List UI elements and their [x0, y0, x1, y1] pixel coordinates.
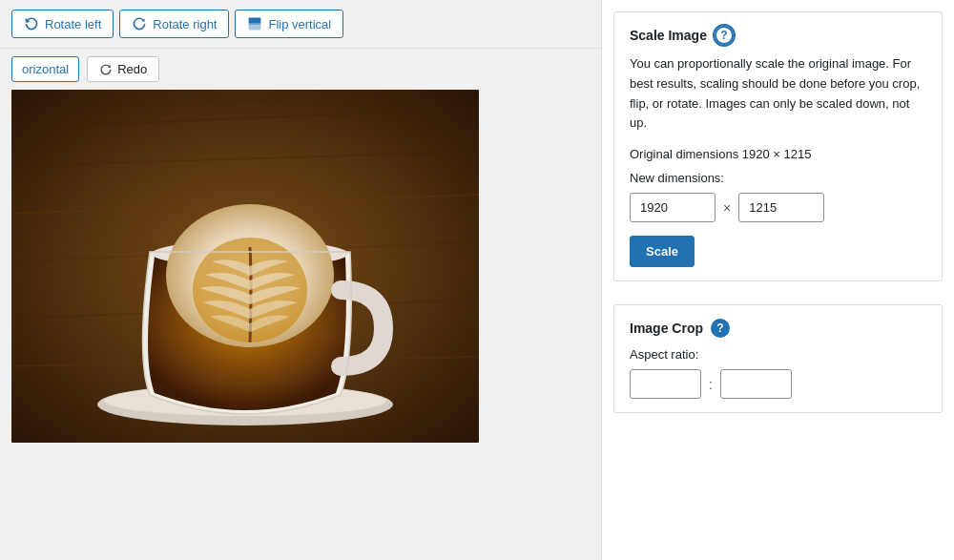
aspect-ratio-label: Aspect ratio: [630, 347, 926, 362]
scale-button[interactable]: Scale [630, 236, 695, 267]
height-input[interactable] [738, 193, 824, 222]
image-crop-help-icon[interactable]: ? [711, 319, 730, 338]
rotate-right-button[interactable]: Rotate right [119, 10, 229, 38]
scale-image-header: Scale Image ? [630, 26, 926, 45]
top-toolbar: Rotate left Rotate right Flip vertical [0, 0, 601, 49]
redo-icon [99, 63, 113, 76]
dimension-separator: × [723, 200, 731, 216]
aspect-width-input[interactable] [630, 369, 701, 399]
scale-image-description: You can proportionally scale the origina… [630, 54, 926, 134]
flip-vertical-button[interactable]: Flip vertical [235, 10, 343, 38]
rotate-left-button[interactable]: Rotate left [11, 10, 114, 38]
original-dimensions: Original dimensions 1920 × 1215 [630, 147, 926, 161]
scale-image-help-icon[interactable]: ? [715, 26, 734, 45]
aspect-ratio-inputs: : [630, 369, 926, 399]
aspect-separator: : [709, 377, 713, 392]
rotate-right-icon [132, 16, 147, 31]
new-dimensions-label: New dimensions: [630, 171, 926, 185]
image-crop-section: Image Crop ? Aspect ratio: : [613, 304, 943, 413]
width-input[interactable] [630, 193, 716, 222]
image-canvas-area [0, 90, 601, 560]
scale-image-title: Scale Image [630, 28, 707, 43]
left-panel: Rotate left Rotate right Flip vertical [0, 0, 601, 560]
right-panel: Scale Image ? You can proportionally sca… [601, 0, 954, 560]
svg-rect-0 [249, 18, 261, 24]
aspect-height-input[interactable] [720, 369, 792, 399]
redo-button[interactable]: Redo [87, 56, 159, 82]
flip-vertical-icon [247, 16, 262, 31]
image-crop-header: Image Crop ? [630, 319, 926, 338]
scale-image-section: Scale Image ? You can proportionally sca… [613, 11, 943, 281]
coffee-svg [11, 90, 479, 443]
rotate-left-icon [24, 16, 39, 31]
svg-rect-1 [249, 25, 261, 31]
dimensions-inputs-row: × [630, 193, 926, 222]
second-toolbar: orizontal Redo [0, 49, 601, 90]
flip-horizontal-tab[interactable]: orizontal [11, 56, 79, 82]
coffee-image [11, 90, 479, 443]
image-crop-title: Image Crop [630, 321, 703, 336]
